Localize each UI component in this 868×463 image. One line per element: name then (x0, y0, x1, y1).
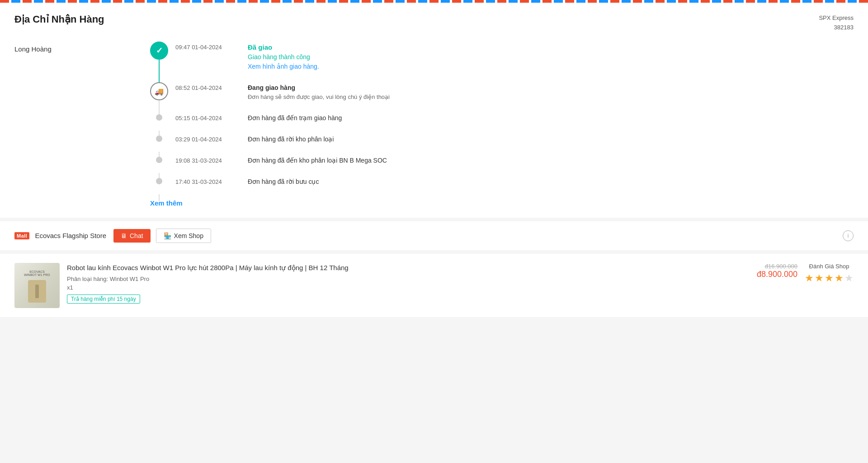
shop-icon: 🏪 (164, 232, 171, 239)
store-section: Mall Ecovacs Flagship Store 🖥 Chat 🏪 Xem… (0, 221, 868, 254)
timeline-time: 17:40 31-03-2024 (175, 176, 248, 187)
timeline-item: 🚚 08:52 01-04-2024 Đang giao hàng Đơn hà… (150, 82, 854, 102)
chat-icon: 🖥 (121, 232, 127, 239)
status-delivering: Đang giao hàng (248, 83, 854, 93)
xem-them-link[interactable]: Xem thêm (150, 199, 183, 207)
view-photo-link[interactable]: Xem hình ảnh giao hàng. (248, 63, 319, 70)
status-delivered: Đã giao (248, 42, 854, 53)
spx-info: SPX Express 382183 (819, 14, 854, 33)
check-icon: ✓ (156, 46, 163, 56)
price-original: đ16.900.000 (757, 263, 797, 270)
timeline-dot-inactive (156, 136, 162, 142)
product-image: ECOVACSWINBOT W1 PRO (14, 263, 60, 308)
product-qty: x1 (67, 284, 750, 291)
timeline-content: Đang giao hàng Đơn hàng sẽ sớm được giao… (248, 82, 854, 102)
timeline-time: 19:08 31-03-2024 (175, 155, 248, 165)
timeline-content: Đơn hàng đã rời bưu cục (248, 176, 854, 187)
main-section: Địa Chỉ Nhận Hàng SPX Express 382183 Lon… (0, 3, 868, 221)
product-image-placeholder: ECOVACSWINBOT W1 PRO (14, 263, 60, 308)
star-4: ★ (835, 272, 844, 284)
product-details: Robot lau kính Ecovacs Winbot W1 Pro lực… (67, 263, 750, 304)
chat-button[interactable]: 🖥 Chat (113, 229, 151, 243)
timeline-column: ✓ 09:47 01-04-2024 Đã giao Giao hàng thà… (141, 42, 854, 207)
page-title: Địa Chỉ Nhận Hàng (14, 14, 104, 25)
rating-section: Đánh Giá Shop ★ ★ ★ ★ ★ (805, 263, 854, 284)
timeline-dot-inprogress: 🚚 (150, 82, 168, 100)
store-name: Ecovacs Flagship Store (35, 232, 106, 239)
timeline-content: Đơn hàng đã đến kho phân loại BN B Mega … (248, 155, 854, 165)
address-column: Long Hoàng (14, 42, 141, 207)
timeline-item: 17:40 31-03-2024 Đơn hàng đã rời bưu cục (150, 176, 854, 187)
star-1: ★ (805, 272, 814, 284)
status-left-post: Đơn hàng đã rời bưu cục (248, 177, 854, 187)
status-arrived-warehouse: Đơn hàng đã đến kho phân loại BN B Mega … (248, 156, 854, 165)
timeline-item: ✓ 09:47 01-04-2024 Đã giao Giao hàng thà… (150, 42, 854, 72)
recipient-name: Long Hoàng (14, 45, 141, 53)
timeline: ✓ 09:47 01-04-2024 Đã giao Giao hàng thà… (150, 42, 854, 207)
timeline-time: 05:15 01-04-2024 (175, 112, 248, 123)
timeline-item: 19:08 31-03-2024 Đơn hàng đã đến kho phâ… (150, 155, 854, 165)
timeline-time: 03:29 01-04-2024 (175, 134, 248, 144)
free-return-badge: Trả hàng miễn phí 15 ngày (67, 295, 140, 304)
view-shop-label: Xem Shop (174, 232, 203, 239)
status-note: Đơn hàng sẽ sớm được giao, vui lòng chú … (248, 93, 854, 102)
star-5: ★ (844, 272, 854, 284)
product-price-area: đ16.900.000 đ8.900.000 (757, 263, 797, 279)
mall-badge: Mall (14, 232, 29, 239)
star-rating: ★ ★ ★ ★ ★ (805, 272, 854, 284)
chat-label: Chat (130, 232, 143, 239)
timeline-item: 05:15 01-04-2024 Đơn hàng đã đến trạm gi… (150, 112, 854, 123)
price-block: đ16.900.000 đ8.900.000 (757, 263, 797, 279)
timeline-content: Đã giao Giao hàng thành công Xem hình ản… (248, 42, 854, 72)
timeline-content: Đơn hàng đã đến trạm giao hàng (248, 112, 854, 123)
star-2: ★ (815, 272, 824, 284)
price-sale: đ8.900.000 (757, 270, 797, 279)
spx-code: 382183 (819, 23, 854, 33)
view-shop-button[interactable]: 🏪 Xem Shop (156, 229, 211, 243)
timeline-time: 09:47 01-04-2024 (175, 42, 248, 52)
timeline-time: 08:52 01-04-2024 (175, 82, 248, 93)
product-title: Robot lau kính Ecovacs Winbot W1 Pro lực… (67, 263, 750, 273)
status-arrived-station: Đơn hàng đã đến trạm giao hàng (248, 113, 854, 123)
truck-icon: 🚚 (155, 87, 164, 96)
status-success: Giao hàng thành công (248, 52, 854, 62)
product-section: ECOVACSWINBOT W1 PRO Robot lau kính Ecov… (0, 254, 868, 317)
product-row: ECOVACSWINBOT W1 PRO Robot lau kính Ecov… (14, 263, 854, 308)
product-img-text: ECOVACSWINBOT W1 PRO (22, 268, 52, 278)
timeline-dot-completed: ✓ (150, 42, 168, 60)
product-variant: Phân loại hàng: Winbot W1 Pro (67, 276, 750, 282)
status-left-warehouse: Đơn hàng đã rời kho phân loại (248, 135, 854, 144)
timeline-dot-inactive (156, 157, 162, 163)
product-img-shape (28, 280, 46, 303)
timeline-content: Đơn hàng đã rời kho phân loại (248, 134, 854, 144)
rating-label[interactable]: Đánh Giá Shop (809, 263, 849, 270)
star-3: ★ (825, 272, 834, 284)
timeline-dot-inactive (156, 178, 162, 184)
spx-label: SPX Express (819, 14, 854, 23)
info-symbol: i (848, 232, 849, 239)
info-icon[interactable]: i (843, 230, 854, 241)
timeline-dot-inactive (156, 114, 162, 121)
timeline-item: 03:29 01-04-2024 Đơn hàng đã rời kho phâ… (150, 134, 854, 144)
